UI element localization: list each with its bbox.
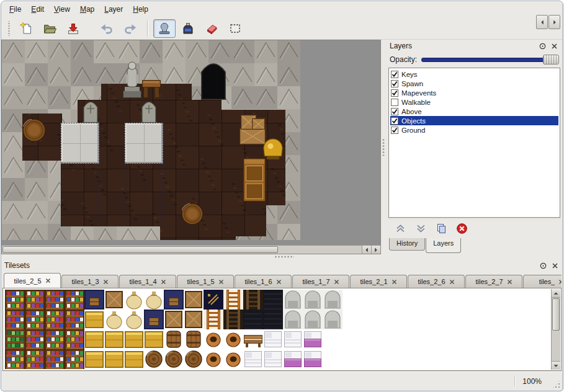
tab-close-icon[interactable]: [218, 279, 224, 285]
layer-visibility-checkbox[interactable]: [391, 127, 398, 134]
map-hscroll-track[interactable]: [279, 246, 362, 254]
layer-row-ground[interactable]: Ground: [390, 125, 558, 135]
horizontal-splitter[interactable]: [1, 254, 563, 259]
map-hscroll-handle[interactable]: [2, 246, 278, 253]
layers-panel-title: Layers: [390, 42, 535, 50]
tileset-canvas[interactable]: [4, 289, 552, 370]
tileset-tab-tiles_1_3[interactable]: tiles_1_3: [61, 275, 119, 288]
lower-layer-button[interactable]: [414, 222, 427, 236]
open-map-button[interactable]: [38, 19, 61, 38]
toolbar-separator: [147, 20, 148, 37]
layer-visibility-checkbox[interactable]: [391, 108, 398, 115]
app: { "menubar": {"items": ["File", "Edit", …: [0, 0, 564, 392]
tileset-tab-label: tiles_2_6: [418, 278, 445, 285]
layer-row-objects[interactable]: Objects: [390, 116, 558, 125]
map-horizontal-scrollbar[interactable]: [2, 245, 380, 254]
statusbar: 100%: [1, 371, 563, 391]
tileset-tab-tiles_2_1[interactable]: tiles_2_1: [350, 275, 407, 288]
tileset-tab-label: tiles_1_3: [71, 278, 99, 285]
tileset-palette: [2, 288, 562, 371]
menubar: FileEditViewMapLayerHelp: [1, 1, 563, 17]
layer-label: Ground: [401, 127, 425, 134]
eraser-tool-button[interactable]: [200, 19, 223, 38]
map-view: [1, 40, 381, 254]
delete-layer-button[interactable]: [455, 222, 468, 236]
tab-close-icon[interactable]: [161, 279, 166, 285]
toolbar-grip[interactable]: [7, 21, 11, 36]
tab-close-icon[interactable]: [507, 279, 513, 285]
menu-file[interactable]: File: [5, 3, 25, 16]
tilesets-panel-titlebar: Tilesets: [2, 259, 562, 272]
tab-layers[interactable]: Layers: [426, 238, 461, 253]
layer-row-mapevents[interactable]: Mapevents: [390, 88, 558, 97]
tileset-tab-label: tiles_2_1: [360, 278, 387, 285]
stamp-tool-button[interactable]: [153, 19, 176, 38]
opacity-label: Opacity:: [390, 55, 417, 64]
tab-close-icon[interactable]: [449, 279, 455, 285]
splitter-grip: [383, 138, 385, 156]
layer-list: KeysSpawnMapeventsWalkableAboveObjectsGr…: [388, 68, 560, 218]
layer-row-spawn[interactable]: Spawn: [390, 79, 558, 88]
menu-view[interactable]: View: [50, 3, 74, 16]
tilesets-panel: Tilesets tiles_2_5tiles_1_3tiles_1_4tile…: [1, 259, 563, 371]
select-tool-button[interactable]: [224, 19, 246, 38]
main-area: Layers Opacity: KeysSpawnMapeventsWalkab…: [1, 40, 563, 254]
tileset-tab-tiles_2_5[interactable]: tiles_2_5: [4, 273, 61, 288]
layer-label: Keys: [401, 71, 418, 78]
map-scroll-left-button[interactable]: [362, 246, 371, 254]
layer-label: Walkable: [401, 99, 431, 106]
map-scroll-right-button[interactable]: [371, 246, 380, 254]
tab-close-icon[interactable]: [392, 279, 397, 285]
vertical-splitter[interactable]: [381, 40, 386, 254]
tileset-tab-label: tiles_2_5: [14, 277, 41, 285]
layer-visibility-checkbox[interactable]: [391, 99, 398, 106]
tileset-tab-tiles_2_6[interactable]: tiles_2_6: [408, 275, 465, 288]
tileset-tab-label: tiles_1_4: [129, 278, 156, 285]
tileset-tab-label: tiles_1_5: [187, 278, 214, 285]
tileset-tab-label: tiles_2_7: [475, 278, 503, 285]
duplicate-layer-button[interactable]: [434, 222, 448, 236]
tileset-tab-tiles_2_7[interactable]: tiles_2_7: [465, 275, 522, 288]
tab-close-icon[interactable]: [334, 279, 339, 285]
undo-button[interactable]: [96, 19, 118, 38]
menu-layer[interactable]: Layer: [100, 3, 127, 16]
new-map-button[interactable]: [15, 19, 37, 38]
layer-visibility-checkbox[interactable]: [391, 80, 398, 87]
layer-label: Spawn: [401, 80, 423, 87]
tileset-tab-label: tiles_1_7: [302, 278, 329, 285]
tileset-tab-tiles_1_5[interactable]: tiles_1_5: [177, 275, 234, 288]
tab-close-icon[interactable]: [103, 279, 109, 285]
toolbar-buttons: [14, 19, 247, 38]
tileset-tabs-scroll-right-button[interactable]: [548, 15, 560, 29]
splitter-grip: [274, 256, 294, 258]
layer-visibility-checkbox[interactable]: [391, 71, 398, 78]
tileset-tab-tiles_1_4[interactable]: tiles_1_4: [119, 275, 176, 288]
layer-label: Above: [401, 108, 422, 115]
redo-button[interactable]: [119, 19, 141, 38]
tileset-tab-tiles_1_6[interactable]: tiles_1_6: [235, 275, 292, 288]
toolbar: [1, 17, 563, 40]
tab-close-icon[interactable]: [276, 279, 282, 285]
tab-close-icon[interactable]: [45, 278, 51, 283]
layer-row-walkable[interactable]: Walkable: [390, 97, 558, 107]
menu-map[interactable]: Map: [76, 3, 99, 16]
map-editor-window: FileEditViewMapLayerHelp Layers Opacity:: [1, 1, 563, 391]
map-canvas[interactable]: [2, 40, 380, 245]
tilesets-panel-title: Tilesets: [4, 261, 536, 270]
tileset-tab-label: tiles_1_6: [244, 278, 272, 285]
menu-help[interactable]: Help: [128, 3, 153, 16]
layer-row-above[interactable]: Above: [390, 107, 558, 116]
layer-visibility-checkbox[interactable]: [391, 117, 398, 125]
raise-layer-button[interactable]: [393, 222, 407, 236]
tileset-tab-arrows: [535, 15, 560, 390]
fill-tool-button[interactable]: [177, 19, 199, 38]
save-map-button[interactable]: [62, 19, 84, 38]
tileset-tabs-scroll-left-button[interactable]: [536, 15, 548, 29]
layer-row-keys[interactable]: Keys: [390, 69, 558, 79]
tileset-tab-tiles_1_7[interactable]: tiles_1_7: [292, 275, 349, 288]
tileset-tabbar: tiles_2_5tiles_1_3tiles_1_4tiles_1_5tile…: [2, 272, 562, 288]
layer-label: Mapevents: [401, 89, 436, 97]
menu-edit[interactable]: Edit: [27, 3, 48, 16]
tab-history[interactable]: History: [389, 238, 425, 251]
layer-visibility-checkbox[interactable]: [391, 89, 398, 97]
